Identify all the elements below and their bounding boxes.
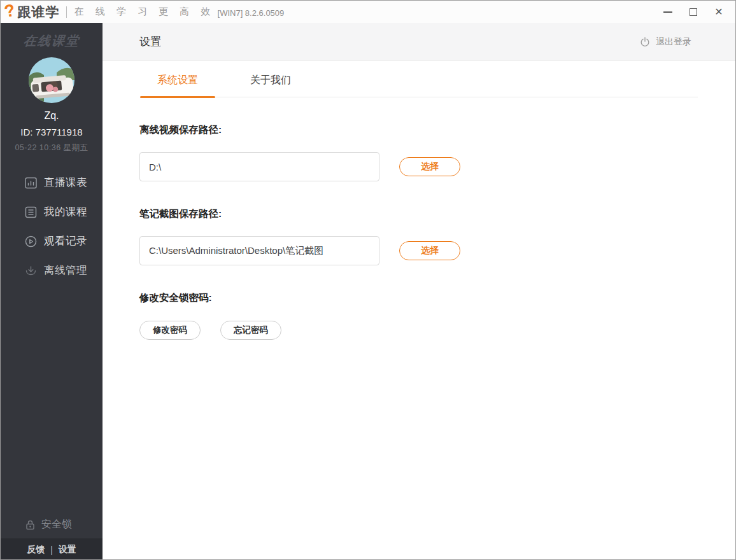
forgot-password-button[interactable]: 忘记密码 [220,321,281,340]
my-courses-icon [25,206,37,218]
logout-label: 退出登录 [656,36,691,48]
app-window: ? 跟谁学 在 线 学 习 更 高 效 [WIN7] 8.2.6.0509 ✕ … [0,0,736,560]
user-datetime: 05-22 10:36 星期五 [1,143,103,153]
settings-tabs: 系统设置 关于我们 [140,74,698,97]
footer-divider: | [50,545,53,555]
security-password-row: 修改密码 忘记密码 [139,321,736,340]
logout-button[interactable]: 退出登录 [640,36,691,48]
app-version: [WIN7] 8.2.6.0509 [218,8,285,18]
sidebar-menu: 直播课表 我的课程 观看记录 [1,168,103,285]
maximize-button[interactable] [681,1,706,23]
window-controls: ✕ [655,1,732,23]
maximize-icon [690,8,697,16]
app-logo-text: 跟谁学 [18,3,60,21]
note-screenshot-path-row: 选择 [139,236,736,265]
change-password-button[interactable]: 修改密码 [139,321,201,340]
sidebar-watermark: 在线课堂 [0,32,103,50]
security-lock-label: 安全锁 [41,518,72,531]
sidebar-item-label: 离线管理 [44,263,87,277]
titlebar: ? 跟谁学 在 线 学 习 更 高 效 [WIN7] 8.2.6.0509 ✕ [1,1,736,23]
sidebar-item-watch-history[interactable]: 观看记录 [1,227,103,256]
main-panel: 设置 退出登录 系统设置 关于我们 离线视频保存路径: 选择 笔记截图保存路径: [103,23,736,560]
minimize-button[interactable] [655,1,681,23]
live-schedule-icon [25,177,37,189]
minimize-icon [663,11,672,13]
offline-manager-icon [25,265,37,277]
sidebar-footer: 反馈 | 设置 [1,538,103,560]
page-title: 设置 [139,34,161,49]
app-tagline: 在 线 学 习 更 高 效 [74,6,215,18]
tab-system-settings[interactable]: 系统设置 [140,74,215,97]
sidebar-item-label: 直播课表 [44,176,87,190]
sidebar: 在线课堂 Zq. ID: 737711918 05-22 10:36 星期五 [1,23,103,560]
main-header: 设置 退出登录 [103,23,736,61]
feedback-link[interactable]: 反馈 [27,544,45,556]
close-button[interactable]: ✕ [706,1,732,23]
settings-link[interactable]: 设置 [59,544,76,556]
sidebar-item-live-schedule[interactable]: 直播课表 [1,168,103,197]
offline-video-path-input[interactable] [139,152,379,181]
security-lock-item[interactable]: 安全锁 [25,518,72,531]
watch-history-icon [25,235,37,248]
security-password-label: 修改安全锁密码: [139,291,736,305]
sidebar-item-my-courses[interactable]: 我的课程 [1,197,103,227]
offline-video-path-label: 离线视频保存路径: [139,123,736,137]
note-screenshot-choose-button[interactable]: 选择 [399,241,460,260]
sidebar-item-offline-manager[interactable]: 离线管理 [1,256,103,285]
note-screenshot-path-input[interactable] [139,236,379,265]
app-logo-icon: ? [3,2,17,21]
note-screenshot-path-label: 笔记截图保存路径: [139,207,736,221]
sidebar-item-label: 观看记录 [44,234,87,248]
offline-video-path-row: 选择 [139,152,736,181]
settings-form: 离线视频保存路径: 选择 笔记截图保存路径: 选择 修改安全锁密码: 修改密码 … [103,123,736,340]
close-icon: ✕ [714,7,723,17]
avatar[interactable] [29,57,74,103]
logo-divider [66,6,67,18]
power-icon [640,37,650,47]
offline-video-choose-button[interactable]: 选择 [399,157,460,176]
user-name: Zq. [1,110,103,122]
sidebar-item-label: 我的课程 [44,205,87,219]
user-id: ID: 737711918 [1,127,103,137]
tab-about-us[interactable]: 关于我们 [233,74,308,97]
lock-icon [25,519,36,530]
